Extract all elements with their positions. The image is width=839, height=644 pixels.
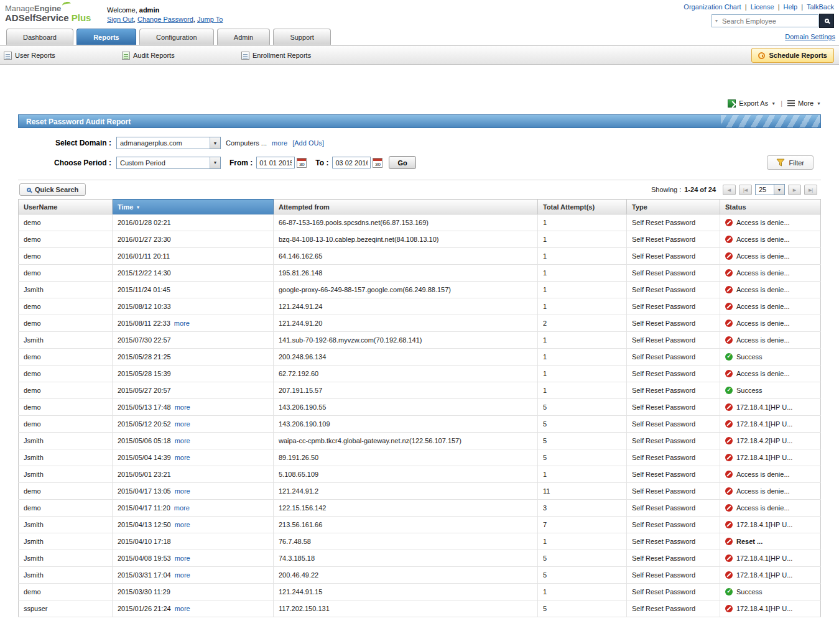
table-row[interactable]: Jsmith 2015/03/31 17:04more 200.46.49.22…: [19, 567, 821, 584]
time-more-link[interactable]: more: [175, 554, 190, 562]
table-row[interactable]: Jsmith 2015/04/08 19:53more 74.3.185.18 …: [19, 550, 821, 567]
help-link[interactable]: Help: [784, 3, 798, 11]
table-row[interactable]: demo 2016/01/11 20:11 64.146.162.65 1 Se…: [19, 248, 821, 265]
last-page-button[interactable]: ▶|: [804, 185, 817, 195]
column-header-username[interactable]: UserName: [19, 200, 113, 214]
cell-attempted-from: 143.206.190.55: [274, 399, 538, 416]
cell-username: Jsmith: [19, 550, 113, 567]
chevron-down-icon[interactable]: ▼: [712, 19, 721, 23]
next-page-button[interactable]: ▶: [788, 185, 801, 195]
table-row[interactable]: Jsmith 2015/05/01 23:21 5.108.65.109 1 S…: [19, 466, 821, 483]
to-date-input[interactable]: [332, 157, 371, 168]
cell-type: Self Reset Password: [627, 584, 720, 600]
table-row[interactable]: demo 2015/12/22 14:30 195.81.26.148 1 Se…: [19, 265, 821, 282]
search-input[interactable]: [721, 17, 818, 25]
time-more-link[interactable]: more: [175, 437, 190, 444]
subnav-enrollment-reports[interactable]: Enrollment Reports: [241, 46, 311, 65]
cell-total-attempts: 11: [538, 483, 627, 500]
status-text: 172.18.4.2[HP U...: [736, 437, 792, 444]
table-row[interactable]: demo 2015/05/13 17:48more 143.206.190.55…: [19, 399, 821, 416]
cell-time: 2015/05/27 20:57: [113, 382, 274, 399]
table-row[interactable]: demo 2015/05/27 20:57 207.191.15.57 1 Se…: [19, 382, 821, 399]
status-text: 172.18.4.1[HP U...: [736, 521, 792, 528]
time-text: 2015/03/30 11:29: [118, 588, 170, 596]
tab-configuration[interactable]: Configuration: [139, 29, 213, 45]
table-row[interactable]: sspuser 2015/01/26 21:24more 117.202.150…: [19, 600, 821, 617]
table-row[interactable]: demo 2016/01/27 23:30 bzq-84-108-13-10.c…: [19, 231, 821, 248]
audit-report-table: UserName Time▼ Attempted from Total Atte…: [18, 199, 821, 617]
computers-more-link[interactable]: more: [272, 139, 287, 147]
sign-out-link[interactable]: Sign Out: [107, 16, 134, 23]
table-row[interactable]: demo 2015/08/11 22:33more 121.244.91.20 …: [19, 315, 821, 332]
subnav-user-reports[interactable]: User Reports: [4, 46, 55, 65]
table-row[interactable]: Jsmith 2015/11/24 01:45 google-proxy-66-…: [19, 282, 821, 298]
table-row[interactable]: Jsmith 2015/04/13 12:50more 213.56.161.6…: [19, 517, 821, 533]
table-row[interactable]: Jsmith 2015/04/10 17:18 76.7.48.58 1 Sel…: [19, 533, 821, 550]
tab-dashboard[interactable]: Dashboard: [6, 29, 73, 45]
prev-page-button[interactable]: |◀: [739, 185, 752, 195]
more-label: More: [798, 99, 814, 107]
column-header-attempted-from[interactable]: Attempted from: [274, 200, 538, 214]
column-header-status[interactable]: Status: [720, 200, 821, 214]
table-row[interactable]: Jsmith 2015/05/06 05:18more waipa-cc-cpm…: [19, 433, 821, 449]
table-row[interactable]: demo 2015/04/17 13:05more 121.244.91.2 1…: [19, 483, 821, 500]
status-icon: [725, 236, 733, 243]
subnav-audit-reports[interactable]: Audit Reports: [122, 46, 175, 65]
table-row[interactable]: demo 2016/01/28 02:21 66-87-153-169.pool…: [19, 214, 821, 231]
table-row[interactable]: Jsmith 2015/07/30 22:57 141.sub-70-192-6…: [19, 332, 821, 349]
time-more-link[interactable]: more: [175, 487, 190, 495]
status-icon: [725, 219, 733, 226]
time-more-link[interactable]: more: [175, 403, 190, 411]
page-size-select[interactable]: 25 ▼: [755, 184, 785, 195]
quick-search-button[interactable]: Quick Search: [19, 183, 86, 196]
cell-type: Self Reset Password: [627, 483, 720, 500]
domain-select[interactable]: admanagerplus.com ▼: [116, 137, 221, 149]
cell-attempted-from: bzq-84-108-13-10.cablep.bezeqint.net(84.…: [274, 231, 538, 248]
cell-time: 2015/05/28 15:39: [113, 366, 274, 382]
go-button[interactable]: Go: [389, 156, 415, 169]
column-header-total-attempts[interactable]: Total Attempt(s): [538, 200, 627, 214]
time-more-link[interactable]: more: [174, 504, 190, 512]
cell-time: 2015/03/31 17:04more: [113, 567, 274, 584]
table-row[interactable]: demo 2015/05/28 15:39 62.72.192.60 1 Sel…: [19, 366, 821, 382]
column-header-time[interactable]: Time▼: [113, 200, 274, 214]
table-row[interactable]: demo 2015/04/17 11:20more 122.15.156.142…: [19, 500, 821, 517]
period-select[interactable]: Custom Period ▼: [116, 157, 221, 169]
table-row[interactable]: demo 2015/03/30 11:29 121.244.91.15 1 Se…: [19, 584, 821, 600]
calendar-icon[interactable]: 30: [373, 158, 382, 168]
add-ous-link[interactable]: [Add OUs]: [292, 139, 324, 147]
jump-to-link[interactable]: Jump To: [197, 16, 223, 23]
export-icon: [728, 99, 736, 108]
tab-support[interactable]: Support: [273, 29, 331, 45]
time-more-link[interactable]: more: [174, 320, 190, 327]
cell-attempted-from: 121.244.91.24: [274, 298, 538, 315]
time-more-link[interactable]: more: [175, 454, 190, 461]
domain-settings-link[interactable]: Domain Settings: [785, 33, 835, 40]
cell-username: sspuser: [19, 600, 113, 617]
calendar-icon[interactable]: 30: [297, 158, 307, 168]
status-icon: [725, 605, 733, 612]
tab-admin[interactable]: Admin: [217, 29, 270, 45]
column-header-type[interactable]: Type: [627, 200, 720, 214]
table-row[interactable]: Jsmith 2015/05/04 14:39more 89.191.26.50…: [19, 449, 821, 466]
search-button[interactable]: [819, 14, 834, 28]
time-more-link[interactable]: more: [175, 571, 190, 579]
license-link[interactable]: License: [751, 3, 774, 11]
time-more-link[interactable]: more: [175, 521, 190, 528]
first-page-button[interactable]: ◀: [723, 185, 736, 195]
time-more-link[interactable]: more: [175, 420, 190, 428]
table-row[interactable]: demo 2015/05/12 20:52more 143.206.190.10…: [19, 416, 821, 433]
from-date-input[interactable]: [256, 157, 295, 168]
more-button[interactable]: More ▼: [787, 99, 821, 107]
filter-button[interactable]: Filter: [767, 155, 814, 170]
export-as-button[interactable]: Export As ▼: [728, 99, 776, 108]
change-password-link[interactable]: Change Password: [137, 16, 193, 23]
time-more-link[interactable]: more: [175, 605, 190, 612]
tab-reports[interactable]: Reports: [76, 29, 136, 45]
table-row[interactable]: demo 2015/08/12 10:33 121.244.91.24 1 Se…: [19, 298, 821, 315]
report-toolbar: Export As ▼ | More ▼: [18, 97, 821, 109]
talkback-link[interactable]: TalkBack: [807, 3, 834, 11]
table-row[interactable]: demo 2015/05/28 21:25 200.248.96.134 1 S…: [19, 349, 821, 366]
schedule-reports-button[interactable]: Schedule Reports: [751, 48, 834, 63]
organization-chart-link[interactable]: Organization Chart: [684, 3, 741, 11]
